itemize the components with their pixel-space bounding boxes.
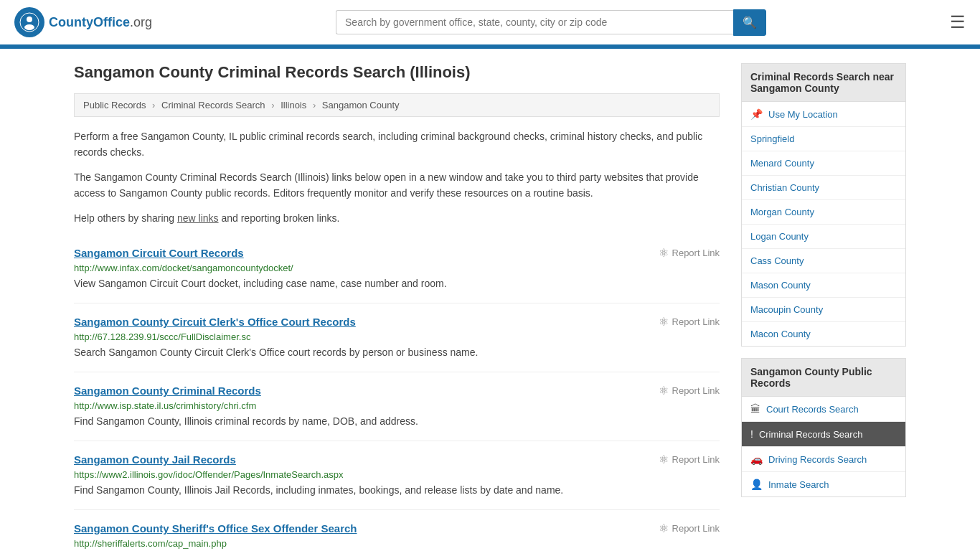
report-link-icon: ⚛ — [659, 522, 669, 535]
nearby-link[interactable]: Cass County — [742, 249, 905, 273]
record-url[interactable]: https://www2.illinois.gov/idoc/Offender/… — [74, 469, 720, 480]
nearby-link[interactable]: Menard County — [742, 151, 905, 175]
nearby-link[interactable]: Macoupin County — [742, 298, 905, 321]
report-link-icon: ⚛ — [659, 384, 669, 397]
record-entry: Sangamon Circuit Court Records ⚛ Report … — [74, 235, 720, 303]
search-button[interactable]: 🔍 — [733, 9, 766, 36]
logo-area: CountyOffice.org — [14, 7, 152, 37]
record-title[interactable]: Sangamon County Criminal Records — [74, 385, 261, 397]
nearby-link[interactable]: Logan County — [742, 225, 905, 248]
report-link[interactable]: ⚛ Report Link — [659, 315, 720, 329]
report-link-icon: ⚛ — [659, 246, 669, 260]
nearby-list-item: Macoupin County — [742, 298, 905, 322]
public-records-link[interactable]: 🚗Driving Records Search — [742, 447, 905, 471]
report-link[interactable]: ⚛ Report Link — [659, 522, 720, 535]
report-link[interactable]: ⚛ Report Link — [659, 453, 720, 466]
location-pin-icon: 📌 — [750, 108, 763, 120]
breadcrumb-public-records[interactable]: Public Records — [83, 100, 146, 110]
breadcrumb: Public Records › Criminal Records Search… — [74, 93, 720, 117]
logo-text: CountyOffice.org — [49, 15, 152, 30]
nearby-link[interactable]: Morgan County — [742, 200, 905, 224]
report-link-icon: ⚛ — [659, 315, 669, 329]
record-entry: Sangamon County Sheriff's Office Sex Off… — [74, 510, 720, 551]
search-icon: 🔍 — [743, 17, 757, 29]
sidebar-icon: 🏛 — [750, 403, 760, 415]
record-title[interactable]: Sangamon County Circuit Clerk's Office C… — [74, 316, 356, 328]
record-title[interactable]: Sangamon Circuit Court Records — [74, 247, 244, 259]
nearby-list: 📌Use My LocationSpringfieldMenard County… — [741, 102, 906, 347]
record-desc: Search Sangamon County Circuit Clerk's O… — [74, 345, 720, 360]
nearby-link[interactable]: Springfield — [742, 127, 905, 151]
nearby-list-item: Springfield — [742, 127, 905, 151]
record-desc: Find Sangamon County, Illinois criminal … — [74, 414, 720, 429]
nearby-link[interactable]: 📌Use My Location — [742, 102, 905, 126]
record-url[interactable]: http://www.infax.com/docket/sangamoncoun… — [74, 263, 720, 273]
report-link-text: Report Link — [672, 454, 720, 465]
report-link-text: Report Link — [672, 248, 720, 258]
public-records-list-item: 🚗Driving Records Search — [742, 447, 905, 472]
record-title[interactable]: Sangamon County Jail Records — [74, 453, 236, 466]
breadcrumb-criminal-records-search[interactable]: Criminal Records Search — [161, 100, 265, 110]
public-records-link[interactable]: !Criminal Records Search — [742, 422, 905, 446]
sidebar-icon: 👤 — [750, 479, 763, 490]
nearby-list-item: Cass County — [742, 249, 905, 273]
svg-point-1 — [27, 17, 32, 22]
description-3: Help others by sharing new links and rep… — [74, 210, 720, 226]
nearby-list-item: Menard County — [742, 151, 905, 176]
public-records-section-title: Sangamon County Public Records — [741, 358, 906, 397]
public-records-list-item: 👤Inmate Search — [742, 472, 905, 496]
public-records-list-item: 🏛Court Records Search — [742, 397, 905, 422]
record-url[interactable]: http://sheriffalerts.com/cap_main.php — [74, 538, 720, 549]
record-entry: Sangamon County Jail Records ⚛ Report Li… — [74, 441, 720, 510]
public-records-list: 🏛Court Records Search!Criminal Records S… — [741, 397, 906, 497]
sidebar: Criminal Records Search near Sangamon Co… — [741, 63, 906, 551]
record-url[interactable]: http://www.isp.state.il.us/crimhistory/c… — [74, 400, 720, 411]
breadcrumb-sangamon: Sangamon County — [322, 100, 400, 110]
page-title: Sangamon County Criminal Records Search … — [74, 63, 720, 82]
menu-icon[interactable]: ☰ — [950, 12, 966, 32]
breadcrumb-illinois[interactable]: Illinois — [281, 100, 306, 110]
records-container: Sangamon Circuit Court Records ⚛ Report … — [74, 235, 720, 551]
header: CountyOffice.org 🔍 ☰ — [0, 0, 980, 47]
nearby-list-item: Macon County — [742, 322, 905, 346]
report-link-text: Report Link — [672, 316, 720, 327]
public-records-list-item: !Criminal Records Search — [742, 422, 905, 447]
nearby-list-item: 📌Use My Location — [742, 102, 905, 127]
record-title[interactable]: Sangamon County Sheriff's Office Sex Off… — [74, 522, 357, 534]
nearby-list-item: Mason County — [742, 273, 905, 298]
record-entry: Sangamon County Criminal Records ⚛ Repor… — [74, 372, 720, 441]
report-link[interactable]: ⚛ Report Link — [659, 246, 720, 260]
nearby-list-item: Logan County — [742, 225, 905, 249]
svg-point-2 — [24, 24, 34, 30]
report-link-text: Report Link — [672, 523, 720, 534]
public-records-link[interactable]: 👤Inmate Search — [742, 472, 905, 496]
record-entry: Sangamon County Circuit Clerk's Office C… — [74, 303, 720, 372]
logo-icon — [14, 7, 44, 37]
nearby-link[interactable]: Christian County — [742, 176, 905, 199]
nearby-section-title: Criminal Records Search near Sangamon Co… — [741, 63, 906, 102]
description-1: Perform a free Sangamon County, IL publi… — [74, 128, 720, 161]
report-link-text: Report Link — [672, 385, 720, 396]
sidebar-icon: 🚗 — [750, 453, 763, 465]
nearby-list-item: Christian County — [742, 176, 905, 200]
record-url[interactable]: http://67.128.239.91/sccc/FullDisclaimer… — [74, 331, 720, 342]
nearby-link[interactable]: Macon County — [742, 322, 905, 346]
new-links-link[interactable]: new links — [177, 212, 219, 224]
public-records-link[interactable]: 🏛Court Records Search — [742, 397, 905, 421]
report-link-icon: ⚛ — [659, 453, 669, 466]
record-desc: Find Sangamon County, Illinois Jail Reco… — [74, 483, 720, 498]
content-area: Sangamon County Criminal Records Search … — [74, 63, 720, 551]
sidebar-icon: ! — [750, 428, 753, 440]
search-bar-area: 🔍 — [336, 9, 766, 36]
main-container: Sangamon County Criminal Records Search … — [60, 49, 920, 551]
search-input[interactable] — [336, 10, 733, 34]
nearby-list-item: Morgan County — [742, 200, 905, 225]
description-2: The Sangamon County Criminal Records Sea… — [74, 169, 720, 202]
report-link[interactable]: ⚛ Report Link — [659, 384, 720, 397]
record-desc: View Sangamon Circuit Court docket, incl… — [74, 276, 720, 291]
nearby-link[interactable]: Mason County — [742, 273, 905, 297]
